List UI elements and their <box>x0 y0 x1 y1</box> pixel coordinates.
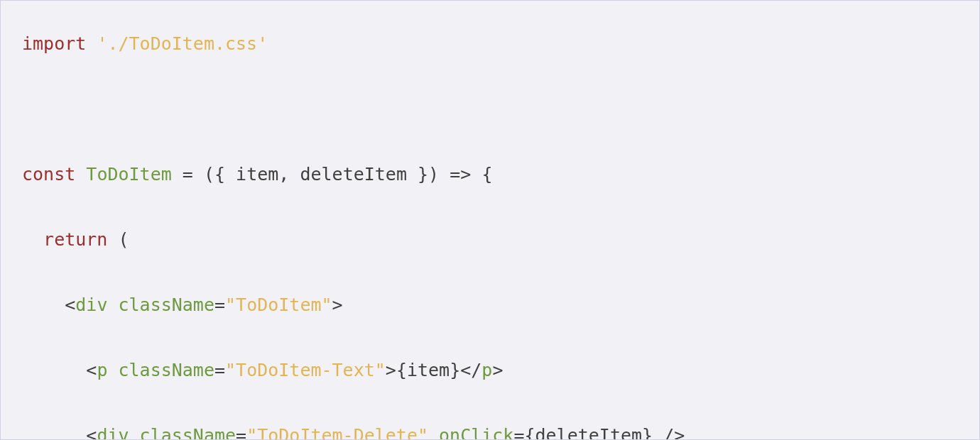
angle-close: > <box>332 295 343 315</box>
jsx-attr: className <box>119 360 214 380</box>
code-line: import './ToDoItem.css' <box>22 28 958 60</box>
self-close: /> <box>663 425 685 440</box>
jsx-attr-value: "ToDoItem-Text" <box>225 360 386 380</box>
equals: = <box>214 360 225 380</box>
angle-close: > <box>386 360 396 380</box>
keyword-return: return <box>43 229 107 250</box>
brace-open: { <box>524 425 535 440</box>
code-line: <div className="ToDoItem-Delete" onClick… <box>22 419 958 440</box>
comma: , <box>278 164 289 185</box>
jsx-attr: className <box>119 295 214 315</box>
jsx-expression: deleteItem <box>535 425 643 440</box>
equals: = <box>236 425 246 440</box>
brace-open: { <box>481 164 492 185</box>
jsx-tag: div <box>97 425 129 440</box>
angle-open: < <box>86 360 97 380</box>
operator-assign: = <box>183 164 193 185</box>
jsx-tag: div <box>75 295 107 315</box>
equals: = <box>214 295 225 315</box>
param: item <box>236 164 278 185</box>
code-line: return ( <box>22 224 958 256</box>
jsx-tag: p <box>97 360 107 380</box>
equals: = <box>513 425 524 440</box>
angle-close: > <box>492 360 503 380</box>
code-line-blank <box>22 93 958 126</box>
code-line: const ToDoItem = ({ item, deleteItem }) … <box>22 158 958 191</box>
string-literal: './ToDoItem.css' <box>97 33 268 54</box>
code-editor-content: import './ToDoItem.css' const ToDoItem =… <box>22 28 958 440</box>
arrow: => <box>450 164 471 185</box>
paren-brace-open: ({ <box>204 164 225 185</box>
code-line: <div className="ToDoItem"> <box>22 289 958 321</box>
jsx-attr-value: "ToDoItem-Delete" <box>246 425 428 440</box>
brace-open: { <box>396 360 407 380</box>
param: deleteItem <box>300 164 407 185</box>
angle-open-slash: </ <box>460 360 481 380</box>
jsx-attr: onClick <box>439 425 513 440</box>
identifier: ToDoItem <box>86 164 171 185</box>
code-line: <p className="ToDoItem-Text">{item}</p> <box>22 354 958 387</box>
paren-open: ( <box>118 229 129 250</box>
jsx-expression: item <box>407 360 450 380</box>
keyword-import: import <box>22 33 86 54</box>
jsx-attr-value: "ToDoItem" <box>225 295 332 315</box>
jsx-tag-close: p <box>481 360 492 380</box>
brace-close: } <box>642 425 653 440</box>
paren-brace-close: }) <box>418 164 439 185</box>
brace-close: } <box>450 360 460 380</box>
keyword-const: const <box>22 164 75 185</box>
jsx-attr: className <box>140 425 236 440</box>
angle-open: < <box>65 295 75 315</box>
angle-open: < <box>86 425 97 440</box>
